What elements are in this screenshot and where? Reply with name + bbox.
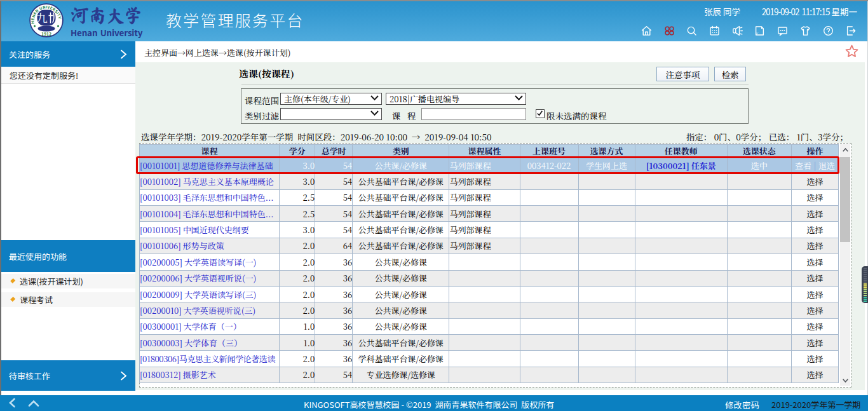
svg-text:九: 九: [36, 9, 48, 25]
